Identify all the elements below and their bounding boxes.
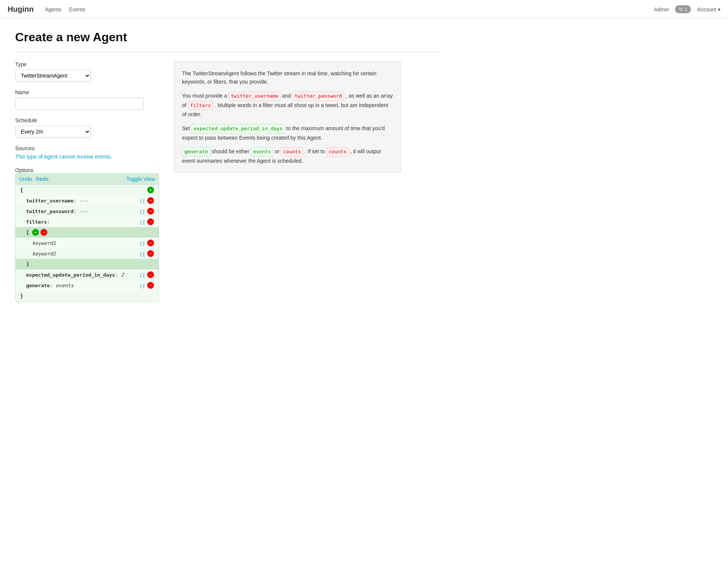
editor-row: { +	[16, 185, 159, 195]
undo-button[interactable]: Undo	[19, 176, 32, 182]
remove-button[interactable]: −	[40, 229, 47, 236]
twitter-username-badge: twitter_username	[229, 92, 280, 101]
events-badge: events	[251, 147, 273, 157]
sources-group: Sources This type of Agent cannot receiv…	[15, 145, 159, 160]
account-label: Account	[697, 6, 716, 12]
type-group: Type TwitterStreamAgent	[15, 61, 159, 82]
badge-button[interactable]: ↻ 1	[675, 5, 691, 13]
editor-body: { + twitter_username: --- { [ −	[15, 184, 159, 302]
para2-prefix: You must provide a	[182, 93, 227, 99]
nav-links: Agents Events	[45, 5, 85, 14]
info-box: The TwitterStreamAgent follows the Twitt…	[174, 61, 401, 173]
para4-mid: . If set to	[305, 148, 327, 154]
editor-row: }	[16, 291, 159, 301]
editor-row: filters: { [ −	[16, 216, 159, 227]
row-key: keyword1	[32, 240, 136, 246]
para2-and: and	[282, 93, 292, 99]
editor-row: twitter_password: --- { [ −	[16, 206, 159, 216]
row-actions: { [ −	[139, 218, 154, 225]
obj-button[interactable]: { [	[139, 250, 146, 257]
schedule-select[interactable]: Every 2m	[15, 126, 91, 138]
obj-button[interactable]: { [	[139, 208, 146, 215]
sources-text: This type of Agent cannot receive events…	[15, 154, 159, 160]
row-actions: { [ −	[139, 282, 154, 289]
expected-update-badge: expected_update_period_in_days	[191, 124, 285, 134]
divider	[15, 52, 439, 52]
nav-events[interactable]: Events	[69, 5, 85, 14]
name-group: Name	[15, 89, 159, 110]
options-label: Options	[15, 167, 33, 173]
badge-count: 1	[684, 6, 687, 12]
remove-button[interactable]: −	[147, 282, 154, 289]
twitter-password-badge: twitter_password	[292, 92, 344, 101]
main-content: Create a new Agent Type TwitterStreamAge…	[0, 19, 454, 321]
refresh-icon: ↻	[679, 6, 683, 12]
navbar: Huginn Agents Events Admin ↻ 1 Account ▾	[0, 0, 728, 19]
options-group: Options Undo Redo Toggle View { +	[15, 167, 159, 302]
name-label: Name	[15, 89, 159, 95]
remove-button[interactable]: −	[147, 218, 154, 225]
para3-prefix: Set	[182, 125, 190, 131]
row-key: filters:	[26, 219, 136, 225]
bracket-close: ]	[26, 261, 29, 267]
nav-agents[interactable]: Agents	[45, 5, 62, 14]
remove-button[interactable]: −	[147, 208, 154, 215]
row-key: keyword2	[32, 251, 136, 257]
generate-badge: generate	[182, 147, 210, 157]
editor-row: keyword2 { [ −	[16, 248, 159, 259]
para2-rest: . Multiple words in a filter must all sh…	[182, 102, 388, 118]
redo-button[interactable]: Redo	[36, 176, 48, 182]
admin-label: Admin	[654, 6, 669, 12]
toggle-view-button[interactable]: Toggle View	[126, 176, 155, 182]
row-actions: { [ −	[139, 240, 154, 246]
row-actions: { [ −	[139, 197, 154, 204]
brace-close: }	[20, 293, 23, 299]
form-left: Type TwitterStreamAgent Name Schedule Ev…	[15, 61, 159, 309]
page-title: Create a new Agent	[15, 30, 439, 44]
editor-row: [ + −	[16, 227, 159, 238]
form-right: The TwitterStreamAgent follows the Twitt…	[174, 61, 439, 173]
obj-button[interactable]: { [	[139, 218, 146, 225]
obj-button[interactable]: { [	[139, 197, 146, 204]
row-key: generate: events	[26, 283, 136, 288]
brand-logo[interactable]: Huginn	[8, 5, 34, 14]
bracket-open: [	[26, 229, 29, 235]
row-actions: { [ −	[139, 271, 154, 278]
obj-button[interactable]: { [	[139, 240, 146, 246]
info-para-3: Set expected_update_period_in_days to th…	[182, 124, 393, 142]
remove-button[interactable]: −	[147, 240, 154, 246]
editor-row: ]	[16, 259, 159, 269]
editor-row: generate: events { [ −	[16, 280, 159, 291]
info-para-4: generate should be either events or coun…	[182, 147, 393, 165]
row-key: expected_update_period_in_days: 2	[26, 272, 136, 278]
info-para-2: You must provide a twitter_username and …	[182, 92, 393, 119]
counts-badge: counts	[281, 147, 303, 157]
editor-row: expected_update_period_in_days: 2 { [ −	[16, 269, 159, 280]
remove-button[interactable]: −	[147, 271, 154, 278]
add-row-button[interactable]: +	[147, 187, 154, 193]
info-para-1: The TwitterStreamAgent follows the Twitt…	[182, 69, 393, 86]
add-item-button[interactable]: +	[32, 229, 39, 236]
row-actions: { [ −	[139, 250, 154, 257]
navbar-right: Admin ↻ 1 Account ▾	[654, 5, 720, 13]
editor-row: twitter_username: --- { [ −	[16, 195, 159, 206]
sources-label: Sources	[15, 145, 159, 151]
editor-row: keyword1 { [ −	[16, 238, 159, 248]
remove-button[interactable]: −	[147, 197, 154, 204]
type-label: Type	[15, 61, 159, 67]
type-select[interactable]: TwitterStreamAgent	[15, 70, 91, 82]
obj-button[interactable]: { [	[139, 271, 146, 278]
para4-should: should be either	[212, 148, 251, 154]
row-key: twitter_password: ---	[26, 209, 136, 214]
name-input[interactable]	[15, 98, 144, 110]
para4-or: or	[275, 148, 281, 154]
counts2-badge: counts	[327, 147, 349, 157]
schedule-label: Schedule	[15, 117, 159, 123]
editor-toolbar: Undo Redo Toggle View	[15, 173, 159, 184]
remove-button[interactable]: −	[147, 250, 154, 257]
dropdown-arrow-icon: ▾	[718, 6, 720, 12]
row-actions: + −	[32, 229, 47, 236]
row-key: twitter_username: ---	[26, 198, 136, 204]
account-dropdown[interactable]: Account ▾	[697, 6, 720, 12]
obj-button[interactable]: { [	[139, 282, 146, 289]
